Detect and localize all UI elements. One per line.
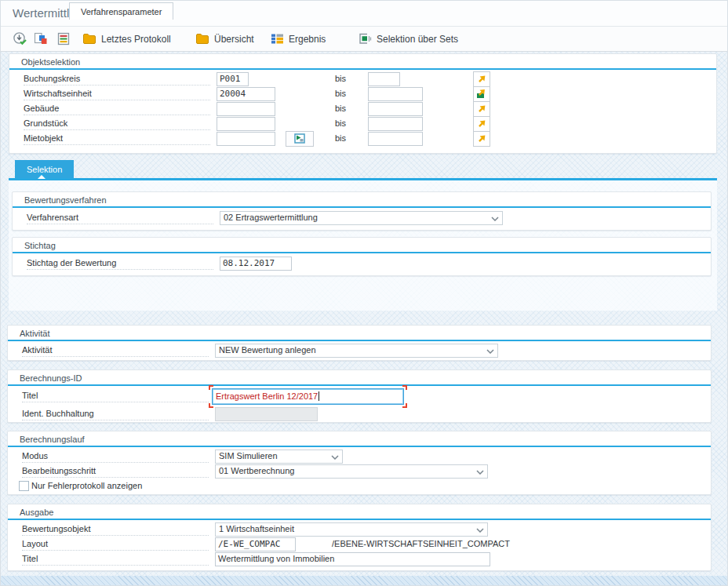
objektselektion-group: Objektselektion Buchungskreis P001 bis W… xyxy=(9,53,717,154)
folder-icon xyxy=(195,33,209,46)
log-list-icon xyxy=(57,32,70,47)
aktivitaet-row: Aktivität NEW Bewertung anlegen xyxy=(8,344,711,359)
aktivitaet-dropdown[interactable]: NEW Bewertung anlegen xyxy=(215,344,498,358)
focus-corner xyxy=(402,385,407,390)
gebaeude-multiselect-button[interactable] xyxy=(473,101,490,117)
rental-object-selection-icon xyxy=(293,133,306,146)
verfahrensart-label: Verfahrensart xyxy=(27,213,213,224)
wirtschaftseinheit-input[interactable]: 20004 xyxy=(217,87,275,101)
multiple-selection-icon xyxy=(477,74,487,86)
grundstueck-row: Grundstück bis xyxy=(9,117,716,132)
berechnungslauf-group: Berechnungslauf Modus SIM Simulieren Bea… xyxy=(7,431,712,495)
accent-line xyxy=(8,384,711,386)
footer-band xyxy=(1,576,728,586)
grundstueck-input[interactable] xyxy=(217,117,275,131)
fehlerprotokoll-row: Nur Fehlerprotokoll anzeigen xyxy=(8,480,711,495)
log-display-button[interactable] xyxy=(55,30,72,49)
mietobjekt-multiselect-button[interactable] xyxy=(473,131,490,147)
titel-input[interactable]: Ertragswert Berlin 12/2017 xyxy=(212,388,404,405)
modus-dropdown[interactable]: SIM Simulieren xyxy=(215,450,343,464)
folder-icon xyxy=(82,33,96,46)
multiple-selection-icon xyxy=(477,104,487,115)
selektion-ueber-sets-button[interactable]: Selektion über Sets xyxy=(356,30,460,49)
verfahrensart-dropdown[interactable]: 02 Ertragswertermittlung xyxy=(220,211,503,225)
gebaeude-bis-input[interactable] xyxy=(368,102,423,116)
modus-value: SIM Simulieren xyxy=(219,451,278,460)
bewertungsobjekt-dropdown[interactable]: 1 Wirtschaftseinheit xyxy=(215,522,488,537)
chevron-down-icon xyxy=(476,470,484,475)
execute-with-check-icon xyxy=(13,31,27,48)
uebersicht-label: Übersicht xyxy=(214,34,254,45)
stichtag-input[interactable]: 08.12.2017 xyxy=(220,257,292,271)
verfahrensart-row: Verfahrensart 02 Ertragswertermittlung xyxy=(13,211,711,226)
aktivitaet-label: Aktivität xyxy=(22,345,209,357)
focus-corner xyxy=(209,385,213,390)
ident-buchhaltung-input xyxy=(215,407,318,421)
buchungskreis-multiselect-button[interactable] xyxy=(473,71,490,87)
wirtschaftseinheit-multiselect-button[interactable] xyxy=(473,86,490,102)
multiple-selection-active-icon xyxy=(476,88,487,100)
layout-input[interactable]: /E-WE_COMPAC xyxy=(215,537,296,551)
sets-selection-icon xyxy=(359,33,372,46)
chevron-down-icon xyxy=(491,217,499,221)
selektion-ueber-sets-label: Selektion über Sets xyxy=(377,34,458,45)
berechnungs-id-group: Berechnungs-ID Titel Ertragswert Berlin … xyxy=(7,369,712,423)
letztes-protokoll-button[interactable]: Letztes Protokoll xyxy=(80,30,173,49)
bewertungsverfahren-group: Bewertungsverfahren Verfahrensart 02 Ert… xyxy=(12,191,712,231)
accent-line xyxy=(8,340,711,341)
buchungskreis-label: Buchungskreis xyxy=(24,74,210,86)
mietobjekt-selection-button[interactable] xyxy=(286,131,314,147)
layout-row: Layout /E-WE_COMPAC /EBENE-WIRTSCHAFTSEI… xyxy=(8,537,711,552)
ergebnis-label: Ergebnis xyxy=(289,34,326,45)
buchungskreis-input[interactable]: P001 xyxy=(217,72,249,86)
execute-button[interactable] xyxy=(10,30,30,49)
ident-buchhaltung-label: Ident. Buchhaltung xyxy=(22,409,209,420)
titel-value: Ertragswert Berlin 12/2017 xyxy=(216,391,318,401)
mietobjekt-label: Mietobjekt xyxy=(24,133,210,145)
gebaeude-label: Gebäude xyxy=(24,104,210,115)
bis-label: bis xyxy=(335,133,346,143)
nur-fehlerprotokoll-label: Nur Fehlerprotokoll anzeigen xyxy=(31,481,142,490)
berechnungs-id-title: Berechnungs-ID xyxy=(20,373,82,383)
grundstueck-bis-input[interactable] xyxy=(368,117,423,131)
ergebnis-button[interactable]: Ergebnis xyxy=(268,30,328,49)
ausgabe-group: Ausgabe Bewertungsobjekt 1 Wirtschaftsei… xyxy=(7,504,712,571)
accent-line xyxy=(13,206,711,208)
sap-window: Wertermittlung anlegen xyxy=(0,0,728,586)
bis-label: bis xyxy=(335,89,346,98)
gebaeude-input[interactable] xyxy=(217,102,275,116)
buchungskreis-bis-input[interactable] xyxy=(368,72,400,86)
uebersicht-button[interactable]: Übersicht xyxy=(193,30,257,49)
stichtag-label: Stichtag der Bewertung xyxy=(27,258,213,270)
ausgabe-titel-input[interactable]: Wertermittlung von Immobilien xyxy=(215,552,490,566)
wirtschaftseinheit-label: Wirtschaftseinheit xyxy=(24,89,210,100)
bearbeitungsschritt-dropdown[interactable]: 01 Wertberechnung xyxy=(215,464,488,479)
grundstueck-multiselect-button[interactable] xyxy=(473,116,490,132)
copy-icon xyxy=(34,32,48,47)
bearbeitungsschritt-label: Bearbeitungsschritt xyxy=(22,466,209,478)
layout-description: /EBENE-WIRTSCHAFTSEINHEIT_COMPACT xyxy=(332,539,510,548)
stichtag-row: Stichtag der Bewertung 08.12.2017 xyxy=(13,257,711,271)
verfahrensart-value: 02 Ertragswertermittlung xyxy=(224,213,318,222)
stichtag-group: Stichtag Stichtag der Bewertung 08.12.20… xyxy=(12,237,712,276)
bewertungsobjekt-value: 1 Wirtschaftseinheit xyxy=(219,524,294,533)
bearbeitungsschritt-row: Bearbeitungsschritt 01 Wertberechnung xyxy=(8,464,711,479)
multiple-selection-icon xyxy=(477,133,487,145)
modus-row: Modus SIM Simulieren xyxy=(8,450,711,464)
gebaeude-row: Gebäude bis xyxy=(9,102,716,117)
copy-button[interactable] xyxy=(31,30,50,49)
ausgabe-titel-label: Titel xyxy=(22,554,209,566)
tab-verfahrensparameter[interactable]: Verfahrensparameter xyxy=(69,2,173,20)
wirtschaftseinheit-row: Wirtschaftseinheit 20004 bis xyxy=(9,87,716,102)
chevron-down-icon xyxy=(476,528,484,533)
mietobjekt-bis-input[interactable] xyxy=(368,132,423,146)
buchungskreis-row: Buchungskreis P001 bis xyxy=(9,72,716,87)
wirtschaftseinheit-bis-input[interactable] xyxy=(368,87,423,101)
ident-buchhaltung-row: Ident. Buchhaltung xyxy=(8,407,711,422)
modus-label: Modus xyxy=(22,451,209,463)
nur-fehlerprotokoll-checkbox[interactable] xyxy=(19,481,29,491)
chevron-down-icon xyxy=(331,455,339,460)
accent-line xyxy=(8,446,711,447)
mietobjekt-input[interactable] xyxy=(217,132,275,146)
stichtag-title: Stichtag xyxy=(24,241,56,250)
